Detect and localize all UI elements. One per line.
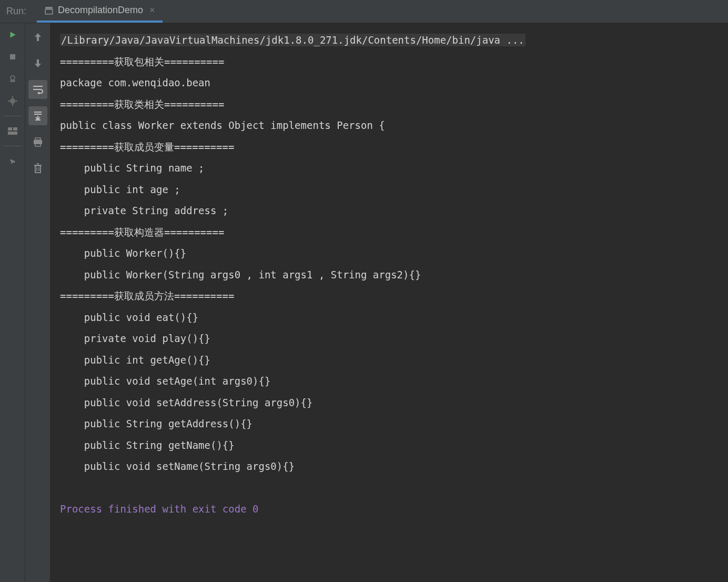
svg-rect-1 (45, 9, 53, 14)
run-tool-window-header: Run: DecompilationDemo × (0, 0, 728, 23)
console-toolbar (25, 23, 50, 582)
soft-wrap-button[interactable] (28, 80, 47, 99)
svg-rect-4 (10, 80, 15, 82)
pin-button[interactable] (5, 154, 20, 168)
scroll-to-end-button[interactable] (28, 106, 47, 125)
down-trace-button[interactable] (28, 54, 47, 73)
left-toolbar (0, 23, 25, 582)
print-button[interactable] (28, 133, 47, 152)
svg-rect-12 (8, 132, 17, 135)
run-label: Run: (6, 6, 26, 17)
close-icon[interactable]: × (149, 5, 155, 16)
svg-point-3 (11, 76, 15, 80)
command-line: /Library/Java/JavaVirtualMachines/jdk1.8… (60, 34, 525, 46)
attach-debugger-button[interactable] (5, 94, 20, 108)
separator (3, 116, 22, 116)
svg-rect-11 (13, 127, 17, 131)
rerun-button[interactable] (5, 27, 20, 42)
console-output[interactable]: /Library/Java/JavaVirtualMachines/jdk1.8… (50, 23, 728, 582)
tab-title: DecompilationDemo (58, 5, 143, 16)
up-trace-button[interactable] (28, 27, 47, 46)
svg-rect-17 (35, 138, 41, 140)
console-body: =========获取包相关========== package com.wen… (60, 56, 421, 473)
layout-button[interactable] (5, 124, 20, 138)
exit-code-line: Process finished with exit code 0 (60, 503, 259, 515)
separator (3, 146, 22, 146)
svg-rect-2 (10, 54, 15, 59)
svg-rect-0 (45, 7, 53, 8)
dump-threads-button[interactable] (5, 72, 20, 86)
svg-rect-10 (8, 127, 12, 131)
svg-point-5 (10, 98, 15, 104)
stop-button[interactable] (5, 49, 20, 64)
run-config-tab[interactable]: DecompilationDemo × (37, 0, 163, 23)
clear-button[interactable] (28, 159, 47, 178)
application-icon (44, 6, 54, 15)
svg-rect-20 (35, 166, 41, 173)
